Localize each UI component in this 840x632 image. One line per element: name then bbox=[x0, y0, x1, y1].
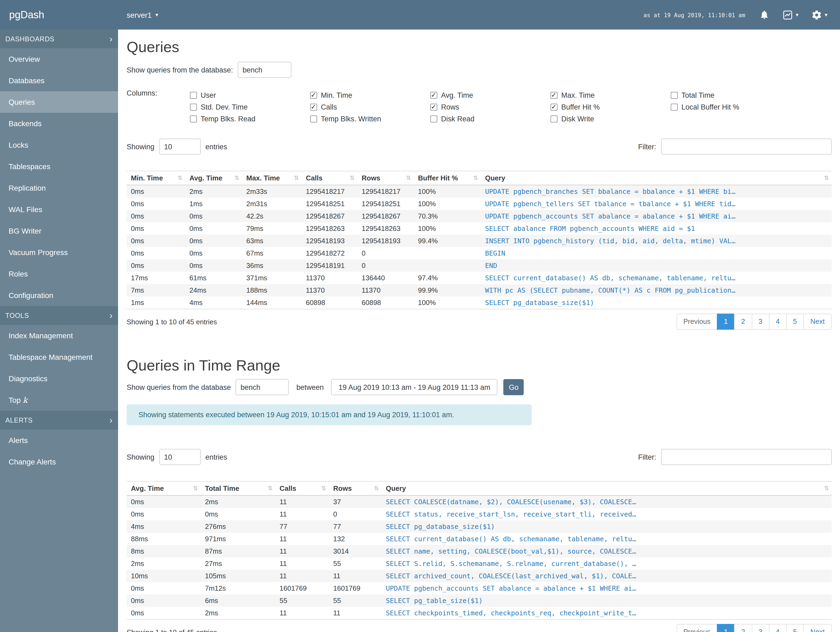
entries-count-input[interactable] bbox=[159, 449, 201, 465]
go-button[interactable]: Go bbox=[504, 379, 524, 395]
pagination-previous[interactable]: Previous bbox=[676, 314, 717, 330]
pagination-page-2[interactable]: 2 bbox=[734, 314, 752, 330]
pagination-page-3[interactable]: 3 bbox=[752, 624, 769, 632]
sidebar-item-configuration[interactable]: Configuration bbox=[0, 285, 118, 306]
column-header-max-time[interactable]: Max. Time⇅ bbox=[242, 171, 302, 185]
query-link[interactable]: UPDATE pgbench_branches SET bbalance = b… bbox=[481, 185, 832, 198]
query-link[interactable]: SELECT checkpoints_timed, checkpoints_re… bbox=[382, 607, 832, 619]
query-link[interactable]: SELECT abalance FROM pgbench_accounts WH… bbox=[481, 222, 832, 234]
checkbox-avg-time[interactable] bbox=[430, 92, 437, 98]
sidebar-item-replication[interactable]: Replication bbox=[0, 177, 118, 199]
charts-menu[interactable]: ▾ bbox=[782, 10, 798, 20]
column-toggle-local-buffer-hit[interactable]: Local Buffer Hit % bbox=[671, 101, 791, 113]
column-toggle-user[interactable]: User bbox=[190, 89, 310, 101]
column-toggle-disk-write[interactable]: Disk Write bbox=[551, 113, 671, 125]
pagination-page-1[interactable]: 1 bbox=[717, 624, 734, 632]
column-header-calls[interactable]: Calls⇅ bbox=[302, 171, 357, 185]
query-link[interactable]: UPDATE pgbench_accounts SET abalance = a… bbox=[481, 210, 832, 222]
sidebar-item-top-k[interactable]: Topk bbox=[0, 389, 118, 411]
column-toggle-max-time[interactable]: Max. Time bbox=[551, 89, 671, 101]
sidebar-item-index-management[interactable]: Index Management bbox=[0, 325, 118, 346]
pagination-page-5[interactable]: 5 bbox=[786, 624, 804, 632]
query-link[interactable]: SELECT pg_table_size($1) bbox=[382, 594, 832, 607]
database-input[interactable] bbox=[238, 62, 291, 78]
column-toggle-avg-time[interactable]: Avg. Time bbox=[430, 89, 551, 101]
column-toggle-temp-blks-read[interactable]: Temp Blks. Read bbox=[190, 113, 310, 125]
query-link[interactable]: UPDATE pgbench_tellers SET tbalance = tb… bbox=[481, 198, 832, 210]
sidebar-item-tablespace-management[interactable]: Tablespace Management bbox=[0, 346, 118, 368]
sidebar-item-tablespaces[interactable]: Tablespaces bbox=[0, 156, 118, 177]
query-link[interactable]: BEGIN bbox=[481, 247, 832, 259]
checkbox-user[interactable] bbox=[190, 92, 197, 98]
column-header-calls[interactable]: Calls⇅ bbox=[275, 482, 329, 495]
column-header-query[interactable]: Query⇅ bbox=[481, 171, 832, 185]
sidebar-section-dashboards[interactable]: DASHBOARDS › bbox=[0, 30, 118, 48]
pagination-page-4[interactable]: 4 bbox=[769, 624, 786, 632]
column-header-avg-time[interactable]: Avg. Time⇅ bbox=[185, 171, 242, 185]
time-range-input[interactable] bbox=[332, 379, 498, 395]
column-toggle-calls[interactable]: Calls bbox=[310, 101, 430, 113]
database-input[interactable] bbox=[236, 379, 289, 395]
sidebar-item-change-alerts[interactable]: Change Alerts bbox=[0, 451, 118, 472]
server-selector[interactable]: server1 ▾ bbox=[126, 11, 158, 19]
checkbox-total-time[interactable] bbox=[671, 92, 678, 98]
pagination-next[interactable]: Next bbox=[804, 314, 832, 330]
checkbox-buffer-hit[interactable] bbox=[551, 103, 557, 110]
query-link[interactable]: SELECT S.relid, S.schemaname, S.relname,… bbox=[382, 558, 832, 570]
checkbox-disk-read[interactable] bbox=[430, 115, 437, 122]
sidebar-section-alerts[interactable]: ALERTS › bbox=[0, 411, 118, 429]
checkbox-rows[interactable] bbox=[430, 103, 437, 110]
checkbox-min-time[interactable] bbox=[310, 92, 317, 98]
query-link[interactable]: UPDATE pgbench_accounts SET abalance = a… bbox=[382, 582, 832, 594]
checkbox-temp-blks-read[interactable] bbox=[190, 115, 197, 122]
query-link[interactable]: SELECT name, setting, COALESCE(boot_val,… bbox=[382, 545, 832, 558]
sidebar-item-backends[interactable]: Backends bbox=[0, 113, 118, 134]
column-header-buffer-hit[interactable]: Buffer Hit %⇅ bbox=[414, 171, 481, 185]
column-toggle-buffer-hit[interactable]: Buffer Hit % bbox=[551, 101, 671, 113]
sidebar-item-queries[interactable]: Queries bbox=[0, 91, 118, 113]
checkbox-std-dev-time[interactable] bbox=[190, 103, 197, 110]
filter-input[interactable] bbox=[661, 139, 832, 155]
checkbox-local-buffer-hit[interactable] bbox=[671, 103, 678, 110]
settings-menu[interactable]: ▾ bbox=[811, 10, 827, 20]
sidebar-item-locks[interactable]: Locks bbox=[0, 134, 118, 156]
column-toggle-std-dev-time[interactable]: Std. Dev. Time bbox=[190, 101, 310, 113]
pagination-previous[interactable]: Previous bbox=[676, 624, 717, 632]
sidebar-item-databases[interactable]: Databases bbox=[0, 70, 118, 91]
column-header-min-time[interactable]: Min. Time⇅ bbox=[126, 171, 185, 185]
query-link[interactable]: WITH pc AS (SELECT pubname, COUNT(*) AS … bbox=[481, 284, 832, 296]
sidebar-section-tools[interactable]: TOOLS › bbox=[0, 306, 118, 325]
sidebar-item-diagnostics[interactable]: Diagnostics bbox=[0, 368, 118, 389]
brand-logo[interactable]: pgDash bbox=[0, 9, 118, 21]
pagination-page-5[interactable]: 5 bbox=[786, 314, 804, 330]
query-link[interactable]: END bbox=[481, 259, 832, 272]
sidebar-item-bg-writer[interactable]: BG Writer bbox=[0, 220, 118, 242]
sidebar-item-alerts[interactable]: Alerts bbox=[0, 429, 118, 451]
column-header-rows[interactable]: Rows⇅ bbox=[329, 482, 382, 495]
column-toggle-rows[interactable]: Rows bbox=[430, 101, 551, 113]
sidebar-item-overview[interactable]: Overview bbox=[0, 48, 118, 70]
checkbox-calls[interactable] bbox=[310, 103, 317, 110]
query-link[interactable]: SELECT status, receive_start_lsn, receiv… bbox=[382, 508, 832, 520]
column-header-total-time[interactable]: Total Time⇅ bbox=[201, 482, 275, 495]
checkbox-disk-write[interactable] bbox=[551, 115, 557, 122]
query-link[interactable]: SELECT pg_database_size($1) bbox=[481, 296, 832, 309]
sidebar-item-wal-files[interactable]: WAL Files bbox=[0, 199, 118, 220]
checkbox-temp-blks-written[interactable] bbox=[310, 115, 317, 122]
column-header-rows[interactable]: Rows⇅ bbox=[357, 171, 414, 185]
query-link[interactable]: SELECT archived_count, COALESCE(last_arc… bbox=[382, 570, 832, 582]
pagination-page-1[interactable]: 1 bbox=[717, 314, 734, 330]
query-link[interactable]: SELECT COALESCE(datname, $2), COALESCE(u… bbox=[382, 495, 832, 508]
column-toggle-disk-read[interactable]: Disk Read bbox=[430, 113, 551, 125]
column-header-query[interactable]: Query⇅ bbox=[382, 482, 832, 495]
pagination-next[interactable]: Next bbox=[804, 624, 832, 632]
query-link[interactable]: SELECT current_database() AS db, scheman… bbox=[481, 272, 832, 284]
query-link[interactable]: INSERT INTO pgbench_history (tid, bid, a… bbox=[481, 234, 832, 247]
filter-input[interactable] bbox=[661, 449, 832, 465]
column-header-avg-time[interactable]: Avg. Time⇅ bbox=[126, 482, 201, 495]
column-toggle-total-time[interactable]: Total Time bbox=[671, 89, 791, 101]
column-toggle-min-time[interactable]: Min. Time bbox=[310, 89, 430, 101]
query-link[interactable]: SELECT current_database() AS db, scheman… bbox=[382, 533, 832, 545]
notifications-bell-icon[interactable] bbox=[759, 10, 769, 20]
query-link[interactable]: SELECT pg_database_size($1) bbox=[382, 520, 832, 533]
